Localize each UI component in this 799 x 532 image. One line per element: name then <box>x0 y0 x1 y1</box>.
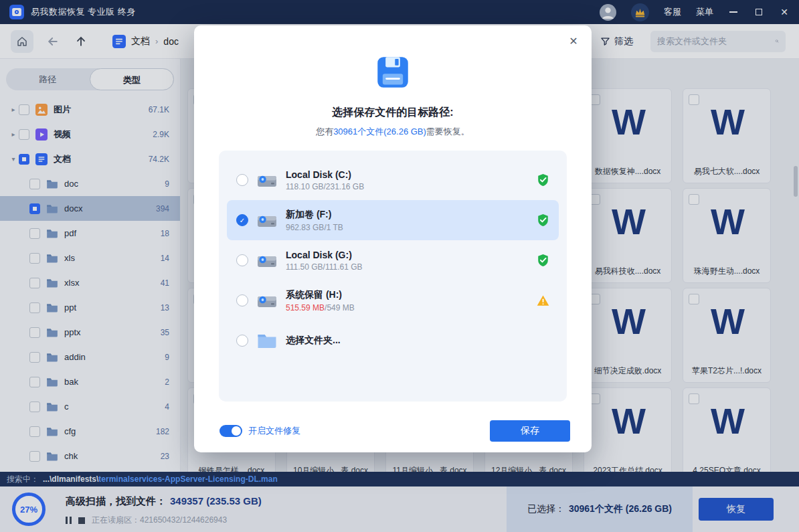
drive-info: Local Disk (C:)118.10 GB/231.16 GB <box>286 169 364 191</box>
drive-name: 新加卷 (F:) <box>286 209 343 221</box>
drive-capacity: 118.10 GB/231.16 GB <box>286 182 364 191</box>
dialog-subtitle: 您有30961个文件(26.26 GB)需要恢复。 <box>194 126 592 138</box>
drive-option-4[interactable]: 选择文件夹... <box>227 321 559 361</box>
subtitle-highlight: 30961个文件(26.26 GB) <box>333 126 426 137</box>
drive-info: 选择文件夹... <box>286 335 341 347</box>
drive-option-3[interactable]: 系统保留 (H:)515.59 MB/549 MB <box>227 280 559 321</box>
subtitle-suffix: 需要恢复。 <box>426 126 470 137</box>
dialog-title: 选择保存文件的目标路径: <box>194 106 592 120</box>
drive-name: 系统保留 (H:) <box>286 289 355 301</box>
drive-name: Local Disk (G:) <box>286 250 363 260</box>
drive-capacity: 515.59 MB/549 MB <box>286 303 355 313</box>
dialog-close-icon[interactable]: ✕ <box>566 33 581 48</box>
subtitle-prefix: 您有 <box>316 126 333 137</box>
dialog-footer: 开启文件修复 保存 <box>219 420 570 442</box>
drive-info: 系统保留 (H:)515.59 MB/549 MB <box>286 289 355 313</box>
warning-icon <box>537 294 549 307</box>
radio-button[interactable] <box>236 294 248 306</box>
app-window: 易我数据恢复 专业版 终身 客服 菜单 ✕ <box>0 0 799 532</box>
floppy-disk-icon <box>375 55 410 90</box>
radio-button[interactable] <box>236 254 248 266</box>
radio-button[interactable]: ✓ <box>236 214 248 226</box>
file-repair-label: 开启文件修复 <box>248 425 300 437</box>
shield-check-icon <box>537 173 549 187</box>
drive-capacity: 962.83 GB/1 TB <box>286 223 343 232</box>
drive-icon <box>257 292 277 309</box>
drive-capacity: 111.50 GB/111.61 GB <box>286 262 363 272</box>
save-button[interactable]: 保存 <box>490 420 570 442</box>
drive-icon <box>257 252 277 269</box>
radio-button[interactable] <box>236 335 248 347</box>
drive-name: 选择文件夹... <box>286 335 341 347</box>
drive-option-1[interactable]: ✓新加卷 (F:)962.83 GB/1 TB <box>227 200 559 240</box>
drive-list: Local Disk (C:)118.10 GB/231.16 GB✓新加卷 (… <box>219 151 567 402</box>
drive-info: Local Disk (G:)111.50 GB/111.61 GB <box>286 250 363 272</box>
shield-check-icon <box>537 213 549 227</box>
drive-name: Local Disk (C:) <box>286 169 364 180</box>
drive-option-2[interactable]: Local Disk (G:)111.50 GB/111.61 GB <box>227 240 559 280</box>
save-path-dialog: ✕ 选择保存文件的目标路径: 您有30961个文件(26.26 GB)需要恢复。… <box>194 25 592 452</box>
radio-button[interactable] <box>236 174 248 186</box>
drive-info: 新加卷 (F:)962.83 GB/1 TB <box>286 209 343 232</box>
file-repair-toggle[interactable] <box>219 425 242 437</box>
shield-check-icon <box>537 254 549 267</box>
drive-icon <box>257 171 277 189</box>
drive-icon <box>257 211 277 229</box>
folder-icon <box>257 332 277 349</box>
drive-option-0[interactable]: Local Disk (C:)118.10 GB/231.16 GB <box>227 160 559 200</box>
